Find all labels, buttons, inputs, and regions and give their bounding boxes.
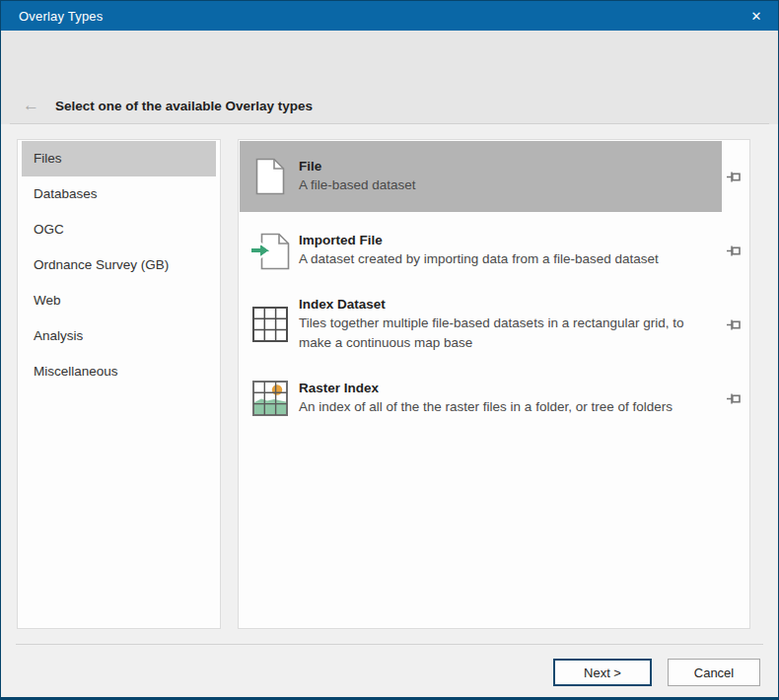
overlay-option-title: Raster Index	[299, 381, 722, 395]
overlay-option-title: Imported File	[299, 233, 722, 247]
overlay-option-title: Index Dataset	[299, 297, 722, 312]
cancel-button[interactable]: Cancel	[668, 659, 760, 686]
overlay-option-text: Imported File A dataset created by impor…	[291, 233, 722, 269]
overlay-option-imported-file[interactable]: Imported File A dataset created by impor…	[240, 215, 722, 286]
overlay-option-description: Tiles together multiple file-based datas…	[299, 314, 713, 353]
overlay-option-text: Index Dataset Tiles together multiple fi…	[291, 297, 722, 353]
list-item-file: File A file-based dataset	[240, 141, 748, 212]
header: ← Select one of the available Overlay ty…	[1, 31, 778, 124]
list-item-imported-file: Imported File A dataset created by impor…	[240, 215, 748, 286]
file-icon	[249, 158, 291, 195]
pin-icon[interactable]	[726, 170, 742, 183]
next-button[interactable]: Next >	[553, 659, 652, 686]
footer-separator	[16, 644, 763, 645]
overlay-option-title: File	[299, 159, 722, 174]
overlay-option-description: A file-based dataset	[299, 175, 713, 195]
category-panel: Files Databases OGC Ordnance Survey (GB)…	[17, 139, 221, 629]
sidebar-item-ogc[interactable]: OGC	[22, 212, 216, 247]
sidebar-item-miscellaneous[interactable]: Miscellaneous	[22, 354, 216, 389]
overlay-type-panel: File A file-based dataset	[238, 139, 750, 629]
pin-icon[interactable]	[726, 244, 742, 257]
sidebar-item-ordnance-survey[interactable]: Ordnance Survey (GB)	[22, 247, 216, 283]
close-icon[interactable]: ✕	[735, 1, 778, 31]
sidebar-item-databases[interactable]: Databases	[22, 176, 216, 212]
overlay-type-list: File A file-based dataset	[239, 140, 749, 438]
overlay-option-description: An index of all of the the raster files …	[299, 397, 713, 417]
back-arrow-icon[interactable]: ←	[23, 96, 39, 115]
overlay-option-text: Raster Index An index of all of the the …	[291, 381, 722, 417]
index-dataset-icon	[249, 307, 291, 342]
list-item-index-dataset: Index Dataset Tiles together multiple fi…	[240, 289, 748, 360]
sidebar-item-web[interactable]: Web	[22, 283, 216, 318]
page-title: Select one of the available Overlay type…	[55, 99, 313, 113]
overlay-option-index-dataset[interactable]: Index Dataset Tiles together multiple fi…	[240, 289, 722, 360]
list-item-raster-index: Raster Index An index of all of the the …	[240, 363, 748, 434]
sidebar-item-files[interactable]: Files	[22, 141, 216, 176]
pin-icon[interactable]	[726, 391, 742, 405]
overlay-option-file[interactable]: File A file-based dataset	[240, 141, 722, 212]
overlay-option-raster-index[interactable]: Raster Index An index of all of the the …	[240, 363, 722, 434]
header-separator	[10, 123, 769, 124]
overlay-types-dialog: Overlay Types ✕ ← Select one of the avai…	[0, 0, 779, 700]
category-list: Files Databases OGC Ordnance Survey (GB)…	[18, 140, 220, 389]
overlay-option-description: A dataset created by importing data from…	[299, 249, 713, 269]
window-title: Overlay Types	[1, 9, 103, 24]
pin-icon[interactable]	[726, 317, 742, 331]
sidebar-item-analysis[interactable]: Analysis	[22, 318, 216, 354]
titlebar: Overlay Types ✕	[1, 1, 778, 31]
imported-file-icon	[249, 231, 291, 270]
raster-index-icon	[249, 381, 291, 416]
overlay-option-text: File A file-based dataset	[291, 159, 722, 195]
